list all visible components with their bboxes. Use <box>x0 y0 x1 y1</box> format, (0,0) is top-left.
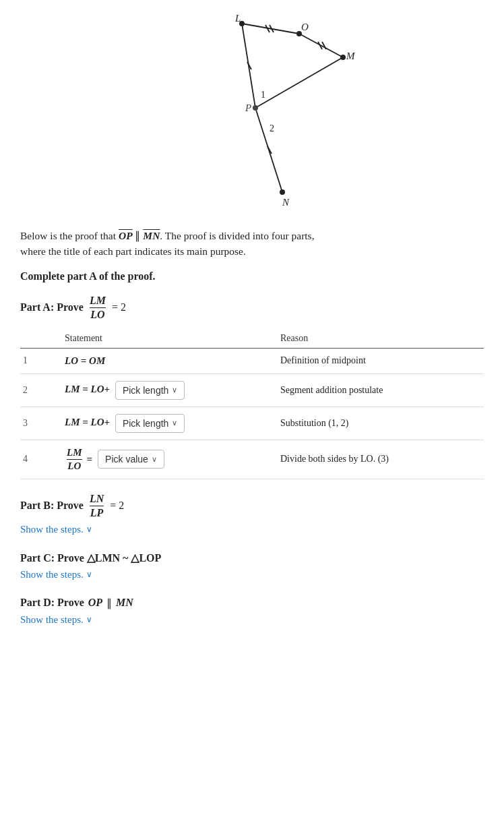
part-b-frac-den: LP <box>90 506 104 519</box>
part-c-show-steps-label: Show the steps. <box>20 569 84 580</box>
part-b-label: Part B: Prove <box>20 500 84 512</box>
table-row: 4 LM LO = Pick value ∨ Divide both sides… <box>20 440 484 479</box>
intro-paragraph: Below is the proof that OP ∥ MN. The pro… <box>20 228 484 260</box>
intro-text1: Below is the proof that <box>20 230 119 241</box>
table-row: 3 LM = LO+ Pick length ∨ Substitution (1… <box>20 407 484 440</box>
part-b-equals: = 2 <box>110 500 124 512</box>
part-c-header: Part C: Prove △LMN ~ △LOP <box>20 551 484 564</box>
part-a-frac-num: LM <box>90 295 106 308</box>
part-a-fraction: LM LO <box>90 295 106 321</box>
part-d-mn-overline: MN <box>116 597 133 609</box>
row3-chevron-icon: ∨ <box>172 419 177 427</box>
part-c-show-steps[interactable]: Show the steps. ∨ <box>20 569 92 580</box>
row3-stmt-prefix: LM = LO+ <box>65 417 110 427</box>
svg-text:M: M <box>346 51 356 61</box>
svg-point-13 <box>340 55 346 60</box>
part-b-frac-num: LN <box>90 493 104 506</box>
row4-frac-num: LM <box>67 447 82 460</box>
part-a-label: Part A: Prove <box>20 301 84 313</box>
svg-point-14 <box>253 105 258 111</box>
mn-overline: MN <box>143 230 160 241</box>
row4-reason: Divide both sides by LO. (3) <box>276 440 484 479</box>
row1-reason: Definition of midpoint <box>276 348 484 373</box>
row3-stmt: LM = LO+ Pick length ∨ <box>61 407 276 440</box>
svg-line-2 <box>299 34 343 57</box>
row1-stmt-text: LO = OM <box>65 355 105 366</box>
part-a-header: Part A: Prove LM LO = 2 <box>20 295 484 321</box>
col-statement-header: Statement <box>61 330 276 349</box>
svg-line-3 <box>255 57 343 108</box>
svg-text:N: N <box>282 197 290 208</box>
row4-stmt: LM LO = Pick value ∨ <box>61 440 276 479</box>
row2-dropdown-label: Pick length <box>123 385 168 396</box>
op-overline: OP <box>119 230 133 241</box>
complete-instruction: Complete part A of the proof. <box>20 270 484 282</box>
part-b-chevron-icon: ∨ <box>86 525 92 535</box>
part-a-frac-den: LO <box>90 308 104 321</box>
parallel-symbol: ∥ <box>133 230 144 241</box>
row4-fraction: LM LO <box>67 447 82 472</box>
part-b-header: Part B: Prove LN LP = 2 <box>20 493 484 519</box>
part-b-fraction: LN LP <box>90 493 104 519</box>
row4-chevron-icon: ∨ <box>152 455 157 464</box>
diagram-svg: L O M P N 1 2 <box>137 13 367 216</box>
svg-line-8 <box>322 42 326 49</box>
part-d-show-steps[interactable]: Show the steps. ∨ <box>20 614 92 626</box>
part-d-chevron-icon: ∨ <box>86 615 92 625</box>
row3-pick-length-dropdown[interactable]: Pick length ∨ <box>115 414 185 433</box>
table-row: 2 LM = LO+ Pick length ∨ Segment additio… <box>20 373 484 407</box>
part-c-label: Part C: Prove △LMN ~ △LOP <box>20 551 161 564</box>
svg-text:L: L <box>234 13 241 24</box>
row2-num: 2 <box>20 373 61 407</box>
row2-stmt: LM = LO+ Pick length ∨ <box>61 373 276 407</box>
svg-text:O: O <box>301 22 309 32</box>
col-reason-header: Reason <box>276 330 484 349</box>
row4-equals: = <box>87 454 93 465</box>
row1-stmt: LO = OM <box>61 348 276 373</box>
row4-num: 4 <box>20 440 61 479</box>
row3-reason: Substitution (1, 2) <box>276 407 484 440</box>
part-d-header: Part D: Prove OP ∥ MN <box>20 597 484 609</box>
svg-text:1: 1 <box>261 90 265 100</box>
svg-line-1 <box>242 24 299 34</box>
part-d-op-overline: OP <box>88 597 102 609</box>
row3-num: 3 <box>20 407 61 440</box>
part-d-label: Part D: Prove <box>20 597 84 609</box>
col-num-header <box>20 330 61 349</box>
row4-dropdown-label: Pick value <box>105 454 148 465</box>
part-d-parallel: ∥ <box>106 597 112 609</box>
row3-dropdown-label: Pick length <box>123 418 168 429</box>
part-b-section: Part B: Prove LN LP = 2 Show the steps. … <box>20 493 484 539</box>
intro-text2: . The proof is divided into four parts, <box>160 230 314 241</box>
row4-frac-den: LO <box>67 460 81 472</box>
part-d-show-steps-label: Show the steps. <box>20 614 84 626</box>
row2-chevron-icon: ∨ <box>172 386 177 394</box>
part-a-equals: = 2 <box>112 301 126 313</box>
svg-point-15 <box>280 189 285 195</box>
row2-reason: Segment addition postulate <box>276 373 484 407</box>
table-row: 1 LO = OM Definition of midpoint <box>20 348 484 373</box>
intro-text3: where the title of each part indicates i… <box>20 245 246 257</box>
svg-text:P: P <box>245 102 251 113</box>
row2-stmt-prefix: LM = LO+ <box>65 384 110 394</box>
part-b-show-steps[interactable]: Show the steps. ∨ <box>20 524 92 535</box>
proof-table: Statement Reason 1 LO = OM Definition of… <box>20 330 484 479</box>
row1-num: 1 <box>20 348 61 373</box>
part-c-section: Part C: Prove △LMN ~ △LOP Show the steps… <box>20 551 484 585</box>
row4-pick-value-dropdown[interactable]: Pick value ∨ <box>98 450 164 469</box>
part-b-show-steps-label: Show the steps. <box>20 524 84 535</box>
svg-text:2: 2 <box>270 123 274 133</box>
part-d-section: Part D: Prove OP ∥ MN Show the steps. ∨ <box>20 597 484 630</box>
geometry-diagram: L O M P N 1 2 <box>20 13 484 216</box>
part-c-chevron-icon: ∨ <box>86 570 92 580</box>
row2-pick-length-dropdown[interactable]: Pick length ∨ <box>115 381 185 400</box>
